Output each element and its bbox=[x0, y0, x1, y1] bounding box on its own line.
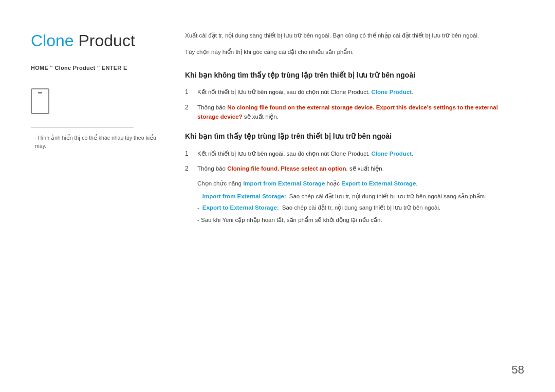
step1-s1: 1 Kết nối thiết bị lưu trữ bên ngoài, sa… bbox=[185, 87, 514, 97]
choose-option-line: Chọn chức năng Import from External Stor… bbox=[185, 179, 514, 188]
export-option-label: Export to External Storage: bbox=[202, 203, 279, 212]
breadcrumb-suffix: " ENTER E bbox=[97, 65, 127, 71]
step2-s1: 2 Thông báo No cloning file found on the… bbox=[185, 103, 514, 122]
divider bbox=[31, 127, 134, 128]
clone-product-link-1: Clone bbox=[372, 89, 388, 95]
clone-product-link-1b: Product bbox=[387, 89, 412, 95]
intro-text-2: Tùy chọn này hiển thị khi góc càng cài đ… bbox=[185, 47, 514, 57]
step-number-s2-2: 2 bbox=[185, 164, 192, 174]
breadcrumb-home: HOME bbox=[31, 65, 48, 71]
left-note: Hình ảnh hiển thị có thể khác nhau tùy t… bbox=[31, 134, 164, 151]
step-number-2: 2 bbox=[185, 103, 192, 113]
breadcrumb-link: Clone Product bbox=[54, 65, 95, 71]
step-number-1: 1 bbox=[185, 87, 192, 97]
step1-s1-text: Kết nối thiết bị lưu trữ bên ngoài, sau … bbox=[197, 87, 514, 97]
step2-s2: 2 Thông báo Cloning file found. Please s… bbox=[185, 164, 514, 174]
title-clone: Clone bbox=[31, 31, 74, 50]
left-panel: Clone Product HOME " Clone Product " ENT… bbox=[31, 31, 164, 371]
step1-s2-text: Kết nối thiết bị lưu trữ bên ngoài, sau … bbox=[197, 149, 514, 158]
sub-option-export: Export to External Storage: Sao chép cài… bbox=[185, 203, 514, 212]
sub-option-import: Import from External Storage: Sao chép c… bbox=[185, 192, 514, 201]
device-image bbox=[31, 83, 62, 119]
import-link: Import from External Storage bbox=[243, 180, 325, 186]
step2-s2-text: Thông báo Cloning file found. Please sel… bbox=[197, 164, 514, 173]
title-product: Product bbox=[74, 31, 135, 50]
section1-heading: Khi bạn không tìm thấy tệp trùng lặp trê… bbox=[185, 70, 514, 81]
section2-heading: Khi bạn tìm thấy tệp trùng lặp trên thiế… bbox=[185, 132, 514, 142]
cloning-found-message: Cloning file found. Please select an opt… bbox=[227, 165, 348, 172]
clone-product-link-2: Clone bbox=[372, 151, 388, 157]
page-number: 58 bbox=[512, 363, 524, 377]
right-panel: Xuất cài đặt tr, nội dung sang thiết bị … bbox=[185, 31, 514, 371]
import-option-label: Import from External Storage: bbox=[202, 192, 286, 201]
intro-text-1: Xuất cài đặt tr, nội dung sang thiết bị … bbox=[185, 31, 514, 40]
final-note: Sau khi Yeni cập nhập hoàn tất, sản phẩm… bbox=[185, 215, 514, 225]
step2-s1-text: Thông báo No cloning file found on the e… bbox=[197, 103, 514, 122]
section1: Khi bạn không tìm thấy tệp trùng lặp trê… bbox=[185, 70, 514, 122]
page-title: Clone Product bbox=[31, 31, 164, 50]
clone-product-link-2b: Product bbox=[387, 151, 412, 157]
export-link: Export to External Storage bbox=[341, 180, 416, 186]
breadcrumb: HOME " Clone Product " ENTER E bbox=[31, 65, 164, 71]
step1-s2: 1 Kết nối thiết bị lưu trữ bên ngoài, sa… bbox=[185, 149, 514, 159]
device-icon bbox=[31, 88, 49, 114]
section2: Khi bạn tìm thấy tệp trùng lặp trên thiế… bbox=[185, 132, 514, 225]
step-number-s2-1: 1 bbox=[185, 149, 192, 159]
page-container: Clone Product HOME " Clone Product " ENT… bbox=[0, 0, 555, 392]
